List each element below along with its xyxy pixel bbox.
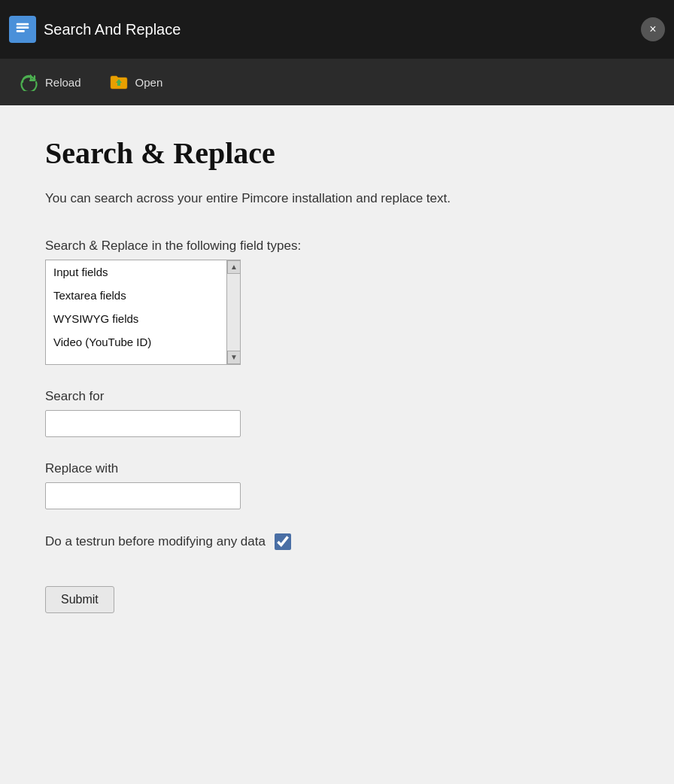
open-button[interactable]: Open [96, 65, 175, 99]
svg-rect-1 [17, 26, 29, 29]
search-for-input[interactable] [45, 410, 241, 437]
open-label: Open [135, 76, 163, 89]
title-bar: Search And Replace × [0, 0, 674, 59]
search-for-label: Search for [45, 389, 629, 404]
scroll-up-arrow[interactable]: ▲ [227, 260, 241, 274]
list-item[interactable]: WYSIWYG fields [46, 307, 225, 330]
list-item[interactable]: Video (YouTube ID) [46, 330, 225, 354]
listbox-scrollbar: ▲ ▼ [226, 260, 240, 364]
reload-icon [18, 71, 39, 93]
reload-button[interactable]: Reload [6, 65, 93, 99]
list-item[interactable]: Textarea fields [46, 284, 225, 307]
field-types-listbox-wrapper: Input fields Textarea fields WYSIWYG fie… [45, 260, 241, 365]
replace-with-label: Replace with [45, 461, 629, 476]
testrun-row: Do a testrun before modifying any data [45, 533, 629, 550]
main-content: Search & Replace You can search across y… [0, 105, 674, 784]
field-types-label: Search & Replace in the following field … [45, 239, 629, 254]
open-icon [108, 71, 129, 93]
window-title: Search And Replace [44, 21, 633, 38]
page-description: You can search across your entire Pimcor… [45, 189, 629, 208]
testrun-checkbox[interactable] [275, 533, 291, 550]
reload-label: Reload [45, 76, 81, 89]
svg-rect-2 [17, 30, 25, 32]
list-item[interactable]: Input fields [46, 260, 225, 284]
testrun-label: Do a testrun before modifying any data [45, 534, 266, 549]
field-types-listbox[interactable]: Input fields Textarea fields WYSIWYG fie… [46, 260, 240, 364]
scroll-down-arrow[interactable]: ▼ [227, 351, 241, 364]
page-title: Search & Replace [45, 135, 629, 171]
toolbar: Reload Open [0, 59, 674, 105]
replace-with-input[interactable] [45, 482, 241, 509]
submit-button[interactable]: Submit [45, 586, 114, 613]
close-button[interactable]: × [641, 17, 665, 41]
svg-rect-0 [17, 23, 29, 26]
app-icon [9, 16, 36, 43]
